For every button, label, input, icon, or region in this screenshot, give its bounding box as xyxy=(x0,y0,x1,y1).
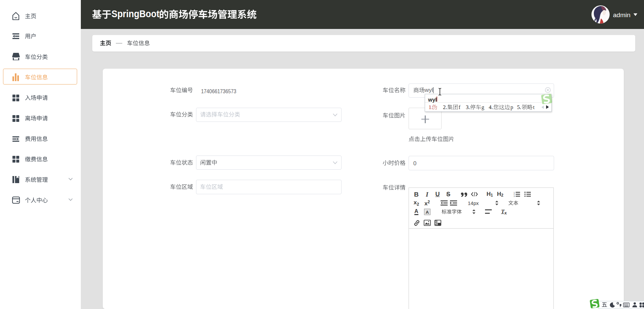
svg-text:3: 3 xyxy=(514,195,515,197)
svg-text:A: A xyxy=(426,210,429,215)
